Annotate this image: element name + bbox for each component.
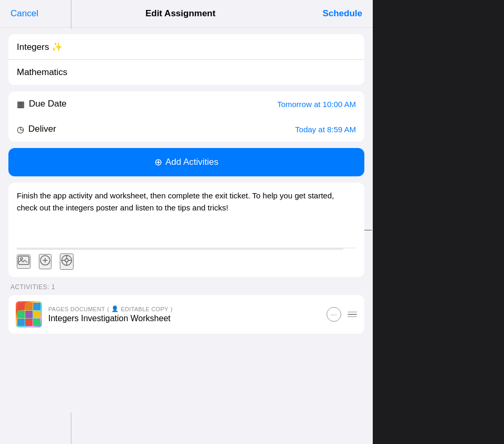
notes-underline xyxy=(17,249,343,249)
thumb-cell-7 xyxy=(17,319,25,326)
title-card xyxy=(8,34,364,85)
notes-toolbar xyxy=(17,248,356,270)
activity-meta-close: ) xyxy=(171,306,173,312)
deliver-label: ◷ Deliver xyxy=(17,124,56,134)
activity-item: PAGES DOCUMENT ( 👤 EDITABLE COPY ) Integ… xyxy=(8,295,364,334)
assignment-subject-input[interactable] xyxy=(8,60,364,85)
svg-point-1 xyxy=(20,258,23,260)
bottom-decorative-line xyxy=(71,413,71,444)
activity-thumbnail xyxy=(16,301,42,327)
svg-point-4 xyxy=(65,259,68,262)
thumb-cell-2 xyxy=(25,303,33,310)
notes-bracket xyxy=(364,230,372,230)
activity-info: PAGES DOCUMENT ( 👤 EDITABLE COPY ) Integ… xyxy=(48,305,320,323)
thumb-cell-4 xyxy=(17,311,25,318)
more-icon: ··· xyxy=(331,310,337,319)
plus-circle-icon: ⊕ xyxy=(154,156,162,168)
activity-meta: PAGES DOCUMENT ( 👤 EDITABLE COPY ) xyxy=(48,305,320,312)
activity-actions: ··· xyxy=(327,307,357,322)
cancel-button[interactable]: Cancel xyxy=(10,8,38,19)
due-date-value: Tomorrow at 10:00 AM xyxy=(277,100,356,109)
activities-header: ACTIVITIES: 1 xyxy=(8,283,364,295)
link-toolbar-button[interactable] xyxy=(60,253,74,270)
notes-card: Finish the app activity and worksheet, t… xyxy=(8,183,364,277)
svg-rect-0 xyxy=(18,256,29,265)
activity-title: Integers Investigation Worksheet xyxy=(48,314,320,323)
notes-text: Finish the app activity and worksheet, t… xyxy=(17,190,356,241)
image-toolbar-button[interactable] xyxy=(17,255,30,269)
drag-line-2 xyxy=(348,314,357,315)
activity-drag-handle[interactable] xyxy=(348,312,357,318)
person-icon: 👤 xyxy=(111,305,119,312)
activities-section: ACTIVITIES: 1 xyxy=(8,283,364,334)
thumb-cell-8 xyxy=(25,319,33,326)
pen-toolbar-button[interactable] xyxy=(39,254,51,269)
activity-meta-separator: ( xyxy=(107,306,109,312)
modal-header: Cancel Edit Assignment Schedule xyxy=(0,0,373,28)
modal-content: ▦ Due Date Tomorrow at 10:00 AM ◷ Delive… xyxy=(0,28,373,444)
thumbnail-grid xyxy=(16,301,42,327)
modal-title: Edit Assignment xyxy=(145,8,216,19)
top-decorative-line xyxy=(71,0,71,29)
deliver-row[interactable]: ◷ Deliver Today at 8:59 AM xyxy=(8,117,364,142)
due-date-label: ▦ Due Date xyxy=(17,99,67,109)
activity-type: PAGES DOCUMENT xyxy=(48,306,105,312)
thumb-cell-9 xyxy=(33,319,40,326)
due-date-row[interactable]: ▦ Due Date Tomorrow at 10:00 AM xyxy=(8,91,364,117)
thumb-cell-5 xyxy=(25,311,33,318)
drag-line-1 xyxy=(348,312,357,313)
schedule-button[interactable]: Schedule xyxy=(322,8,362,19)
modal-container: Cancel Edit Assignment Schedule ▦ Due Da… xyxy=(0,0,373,444)
activity-badge: EDITABLE COPY xyxy=(121,306,169,312)
clock-icon: ◷ xyxy=(17,124,24,134)
thumb-cell-3 xyxy=(33,303,40,310)
deliver-value: Today at 8:59 AM xyxy=(295,125,356,134)
add-activities-button[interactable]: ⊕ Add Activities xyxy=(8,148,364,176)
thumb-cell-6 xyxy=(33,311,40,318)
add-activities-label: Add Activities xyxy=(165,157,218,167)
calendar-icon: ▦ xyxy=(17,99,25,109)
drag-line-3 xyxy=(348,316,357,318)
activity-more-button[interactable]: ··· xyxy=(327,307,341,322)
assignment-title-input[interactable] xyxy=(8,34,364,60)
date-card: ▦ Due Date Tomorrow at 10:00 AM ◷ Delive… xyxy=(8,91,364,142)
thumb-cell-1 xyxy=(17,303,25,310)
